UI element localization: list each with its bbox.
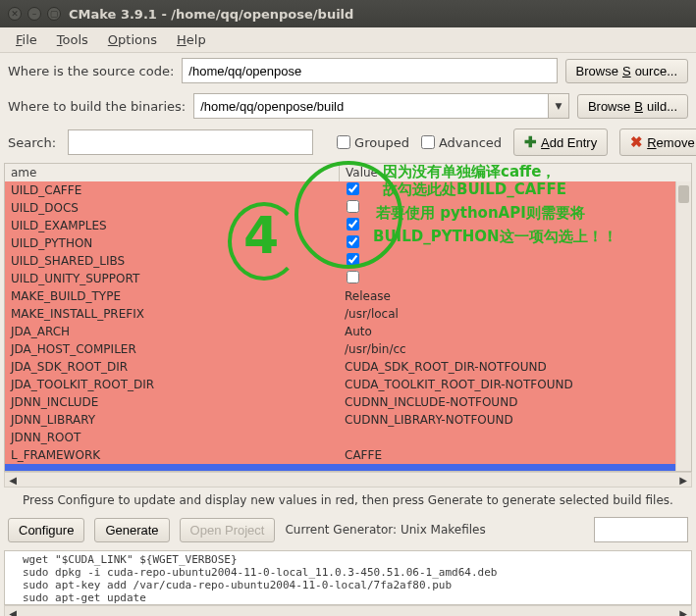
menubar: File Tools Options Help — [0, 27, 696, 53]
table-row[interactable]: UILD_CAFFE — [5, 181, 675, 199]
table-row[interactable]: JDA_ARCHAuto — [5, 323, 675, 340]
menu-help[interactable]: Help — [169, 29, 214, 50]
x-icon: ✖ — [630, 133, 643, 151]
build-input[interactable] — [193, 93, 548, 119]
value-checkbox[interactable] — [347, 271, 359, 283]
cell-value[interactable]: Auto — [339, 325, 675, 338]
cell-value[interactable]: CUDA_TOOLKIT_ROOT_DIR-NOTFOUND — [339, 378, 675, 391]
cell-name: L_FRAMEWORK — [5, 448, 339, 462]
cell-value[interactable] — [339, 200, 675, 216]
source-label: Where is the source code: — [8, 64, 174, 78]
maximize-icon[interactable]: ▢ — [47, 7, 61, 21]
value-checkbox[interactable] — [347, 200, 359, 213]
cell-value[interactable] — [339, 253, 675, 269]
cell-value[interactable]: Release — [339, 289, 675, 303]
table-row[interactable]: JDNN_ROOT — [5, 429, 675, 446]
cell-value[interactable] — [339, 235, 675, 251]
hint-text: Press Configure to update and display ne… — [0, 488, 696, 513]
cell-value[interactable]: CUDNN_INCLUDE-NOTFOUND — [339, 395, 675, 409]
table-row[interactable]: UILD_PYTHON — [5, 234, 675, 252]
minimize-icon[interactable]: – — [27, 7, 41, 21]
search-label: Search: — [8, 135, 56, 150]
cell-value[interactable]: /usr/bin/cc — [339, 342, 675, 356]
table-row[interactable]: L_FRAMEWORKCAFFE — [5, 446, 675, 464]
search-input[interactable] — [68, 129, 313, 155]
cell-name: MAKE_BUILD_TYPE — [5, 289, 339, 303]
cell-value[interactable]: CUDNN_LIBRARY-NOTFOUND — [339, 413, 675, 427]
value-checkbox[interactable] — [347, 253, 359, 266]
menu-tools[interactable]: Tools — [49, 29, 96, 50]
cell-name: UILD_SHARED_LIBS — [5, 254, 339, 268]
cell-value[interactable]: CUDA_SDK_ROOT_DIR-NOTFOUND — [339, 360, 675, 374]
cell-name: UILD_DOCS — [5, 201, 339, 215]
cell-name: JDA_TOOLKIT_ROOT_DIR — [5, 378, 339, 391]
configure-button[interactable]: Configure — [8, 518, 84, 542]
cell-name: JDA_ARCH — [5, 325, 339, 338]
col-name-header[interactable]: ame — [5, 164, 339, 181]
table-row[interactable]: MAKE_BUILD_TYPERelease — [5, 287, 675, 305]
table-row[interactable]: UILD_EXAMPLES — [5, 217, 675, 234]
cell-name: UILD_PYTHON — [5, 236, 339, 250]
table-row[interactable]: UILD_SHARED_LIBS — [5, 252, 675, 270]
cell-name: JDNN_ROOT — [5, 431, 339, 444]
cell-name: UILD_CAFFE — [5, 183, 339, 197]
table-row[interactable]: UILD_DOCS — [5, 199, 675, 217]
col-value-header[interactable]: Value — [339, 164, 691, 181]
source-input[interactable] — [182, 58, 557, 83]
advanced-checkbox[interactable]: Advanced — [421, 135, 502, 150]
generator-input[interactable] — [594, 517, 688, 542]
cell-name: UILD_UNITY_SUPPORT — [5, 272, 339, 285]
table-horizontal-scrollbar[interactable]: ◀ ▶ — [4, 472, 692, 488]
cell-value[interactable] — [339, 218, 675, 233]
browse-source-button[interactable]: Browse Source... — [565, 59, 688, 83]
value-checkbox[interactable] — [347, 182, 359, 195]
value-checkbox[interactable] — [347, 235, 359, 248]
table-row[interactable]: JDA_SDK_ROOT_DIRCUDA_SDK_ROOT_DIR-NOTFOU… — [5, 358, 675, 376]
table-row[interactable]: JDNN_LIBRARYCUDNN_LIBRARY-NOTFOUND — [5, 411, 675, 429]
vertical-scrollbar[interactable] — [675, 181, 691, 471]
remove-entry-button[interactable]: ✖ Remove Entry — [619, 128, 696, 156]
window-title: CMake 3.9.1 - /home/qq/openpose/build — [69, 7, 353, 22]
table-row-selected[interactable] — [5, 464, 675, 471]
table-row[interactable]: JDNN_INCLUDECUDNN_INCLUDE-NOTFOUND — [5, 393, 675, 411]
cache-table: ame Value UILD_CAFFEUILD_DOCSUILD_EXAMPL… — [4, 163, 692, 472]
browse-build-button[interactable]: Browse Build... — [577, 94, 688, 119]
chevron-down-icon[interactable]: ▼ — [548, 93, 569, 119]
open-project-button: Open Project — [180, 518, 276, 542]
cell-name: MAKE_INSTALL_PREFIX — [5, 307, 339, 321]
table-row[interactable]: UILD_UNITY_SUPPORT — [5, 270, 675, 287]
value-checkbox[interactable] — [347, 218, 359, 231]
generator-label: Current Generator: Unix Makefiles — [285, 523, 485, 537]
cell-value[interactable]: CAFFE — [339, 448, 675, 462]
table-row[interactable]: MAKE_INSTALL_PREFIX/usr/local — [5, 305, 675, 323]
build-label: Where to build the binaries: — [8, 99, 186, 114]
generate-button[interactable]: Generate — [94, 518, 169, 542]
table-row[interactable]: JDA_TOOLKIT_ROOT_DIRCUDA_TOOLKIT_ROOT_DI… — [5, 376, 675, 393]
cell-value[interactable] — [339, 182, 675, 198]
cell-name: JDA_HOST_COMPILER — [5, 342, 339, 356]
plus-icon: ✚ — [524, 133, 537, 151]
table-row[interactable]: JDA_HOST_COMPILER/usr/bin/cc — [5, 340, 675, 358]
log-output: wget "$CUDA_LINK" ${WGET_VERBOSE} sudo d… — [4, 550, 692, 605]
titlebar: ✕ – ▢ CMake 3.9.1 - /home/qq/openpose/bu… — [0, 0, 696, 27]
cell-value[interactable]: /usr/local — [339, 307, 675, 321]
add-entry-button[interactable]: ✚ Add Entry — [513, 128, 608, 156]
log-horizontal-scrollbar[interactable]: ◀ ▶ — [4, 605, 692, 616]
cell-name: JDA_SDK_ROOT_DIR — [5, 360, 339, 374]
menu-file[interactable]: File — [8, 29, 45, 50]
cell-name: JDNN_LIBRARY — [5, 413, 339, 427]
cell-value[interactable] — [339, 271, 675, 286]
close-icon[interactable]: ✕ — [8, 7, 22, 21]
menu-options[interactable]: Options — [100, 29, 165, 50]
cell-name: UILD_EXAMPLES — [5, 219, 339, 232]
cell-name: JDNN_INCLUDE — [5, 395, 339, 409]
grouped-checkbox[interactable]: Grouped — [337, 135, 409, 150]
